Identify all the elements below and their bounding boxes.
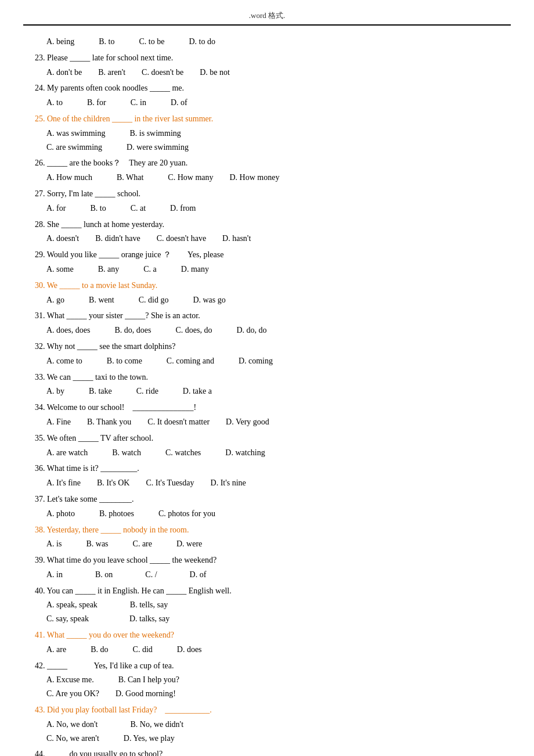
- question-item: A. being B. to C. to be D. to do: [35, 35, 499, 49]
- question-text: 27. Sorry, I'm late _____ school.: [35, 187, 499, 201]
- question-item: 32. Why not _____ see the smart dolphins…: [35, 340, 499, 368]
- options-text: A. come to B. to come C. coming and D. c…: [35, 354, 499, 368]
- question-text: 43. Did you play football last Friday? _…: [35, 703, 499, 717]
- question-text: 37. Let's take some ________.: [35, 492, 499, 506]
- question-text: 34. Welcome to our school! _____________…: [35, 401, 499, 415]
- options-text: A. doesn't B. didn't have C. doesn't hav…: [35, 232, 499, 246]
- options-text: A. Excuse me. B. Can I help you?: [35, 673, 499, 687]
- question-text: 35. We often _____ TV after school.: [35, 431, 499, 445]
- content-area: A. being B. to C. to be D. to do23. Plea…: [0, 26, 534, 756]
- question-text: 40. You can _____ it in English. He can …: [35, 584, 499, 598]
- question-item: 43. Did you play football last Friday? _…: [35, 703, 499, 745]
- question-text: 24. My parents often cook noodles _____ …: [35, 81, 499, 95]
- question-text: 29. Would you like _____ orange juice ？ …: [35, 248, 499, 262]
- options-text: A. don't be B. aren't C. doesn't be D. b…: [35, 66, 499, 80]
- options-text: C. No, we aren't D. Yes, we play: [35, 732, 499, 746]
- options-text: C. Are you OK? D. Good morning!: [35, 687, 499, 701]
- question-item: 26. _____ are the books？ They are 20 yua…: [35, 156, 499, 185]
- options-text: A. some B. any C. a D. many: [35, 262, 499, 276]
- question-item: 33. We can _____ taxi to the town.A. by …: [35, 370, 499, 399]
- options-text: A. photo B. photoes C. photos for you: [35, 507, 499, 521]
- question-item: 28. She _____ lunch at home yesterday.A.…: [35, 218, 499, 246]
- question-item: 24. My parents often cook noodles _____ …: [35, 81, 499, 110]
- options-text: A. speak, speak B. tells, say: [35, 598, 499, 612]
- question-text: 44. _____ do you usually go to school?: [35, 747, 499, 756]
- question-item: 30. We _____ to a movie last Sunday.A. g…: [35, 279, 499, 307]
- question-item: 40. You can _____ it in English. He can …: [35, 584, 499, 626]
- options-text: A. in B. on C. / D. of: [35, 568, 499, 582]
- question-text: 23. Please _____ late for school next ti…: [35, 51, 499, 65]
- options-text: A. No, we don't B. No, we didn't: [35, 718, 499, 732]
- options-text: A. are B. do C. did D. does: [35, 643, 499, 657]
- question-item: 25. One of the children _____ in the riv…: [35, 112, 499, 154]
- options-text: A. by B. take C. ride D. take a: [35, 384, 499, 398]
- options-text: A. go B. went C. did go D. was go: [35, 293, 499, 307]
- question-item: 42. _____ Yes, I'd like a cup of tea.A. …: [35, 659, 499, 701]
- question-text: 39. What time do you leave school _____ …: [35, 553, 499, 567]
- options-text: A. is B. was C. are D. were: [35, 537, 499, 551]
- question-item: 34. Welcome to our school! _____________…: [35, 401, 499, 429]
- options-text: A. It's fine B. It's OK C. It's Tuesday …: [35, 476, 499, 490]
- question-item: 29. Would you like _____ orange juice ？ …: [35, 248, 499, 276]
- question-item: 36. What time is it? _________.A. It's f…: [35, 462, 499, 490]
- question-text: 42. _____ Yes, I'd like a cup of tea.: [35, 659, 499, 673]
- question-text: 33. We can _____ taxi to the town.: [35, 370, 499, 384]
- question-item: 38. Yesterday, there _____ nobody in the…: [35, 523, 499, 552]
- options-text: A. How much B. What C. How many D. How m…: [35, 171, 499, 185]
- question-text: 25. One of the children _____ in the riv…: [35, 112, 499, 126]
- question-item: 41. What _____ you do over the weekend?A…: [35, 628, 499, 657]
- options-text: C. say, speak D. talks, say: [35, 612, 499, 626]
- options-text: A. Fine B. Thank you C. It doesn't matte…: [35, 415, 499, 429]
- question-item: 39. What time do you leave school _____ …: [35, 553, 499, 582]
- page-header: .word 格式.: [23, 0, 511, 26]
- question-text: 26. _____ are the books？ They are 20 yua…: [35, 156, 499, 170]
- header-title: .word 格式.: [249, 11, 285, 20]
- question-text: 38. Yesterday, there _____ nobody in the…: [35, 523, 499, 537]
- question-item: 37. Let's take some ________.A. photo B.…: [35, 492, 499, 521]
- options-text: A. was swimming B. is swimming: [35, 127, 499, 141]
- question-text: 36. What time is it? _________.: [35, 462, 499, 476]
- options-text: A. for B. to C. at D. from: [35, 201, 499, 215]
- question-text: 31. What _____ your sister _____? She is…: [35, 309, 499, 323]
- question-text: 30. We _____ to a movie last Sunday.: [35, 279, 499, 293]
- options-text: A. being B. to C. to be D. to do: [35, 35, 499, 49]
- question-item: 31. What _____ your sister _____? She is…: [35, 309, 499, 337]
- question-item: 23. Please _____ late for school next ti…: [35, 51, 499, 80]
- question-text: 28. She _____ lunch at home yesterday.: [35, 218, 499, 232]
- options-text: A. to B. for C. in D. of: [35, 96, 499, 110]
- question-text: 41. What _____ you do over the weekend?: [35, 628, 499, 642]
- options-text: C. are swimming D. were swimming: [35, 141, 499, 154]
- question-item: 27. Sorry, I'm late _____ school.A. for …: [35, 187, 499, 215]
- question-text: 32. Why not _____ see the smart dolphins…: [35, 340, 499, 354]
- question-item: 44. _____ do you usually go to school?A.…: [35, 747, 499, 756]
- options-text: A. does, does B. do, does C. does, do D.…: [35, 323, 499, 337]
- question-item: 35. We often _____ TV after school.A. ar…: [35, 431, 499, 460]
- options-text: A. are watch B. watch C. watches D. watc…: [35, 446, 499, 460]
